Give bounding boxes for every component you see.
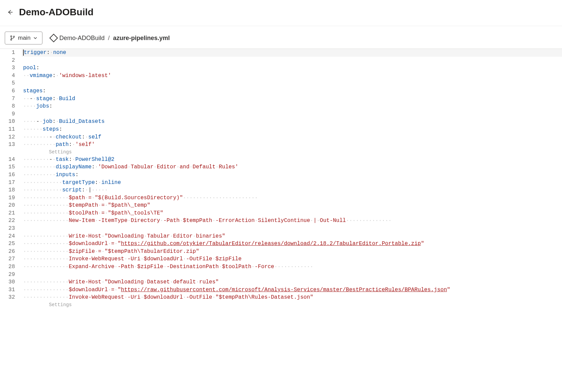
line-number: 12 <box>0 133 22 141</box>
line-number: 30 <box>0 278 22 286</box>
code-line[interactable]: 27··············Invoke-WebRequest·-Uri·$… <box>0 255 562 263</box>
code-line[interactable]: 31··············$downloadUrl·=·"https://… <box>0 286 562 294</box>
breadcrumb-file[interactable]: azure-pipelines.yml <box>113 35 170 42</box>
page-header: Demo-ADOBuild <box>0 0 562 26</box>
svg-point-1 <box>11 39 12 40</box>
svg-point-2 <box>13 36 15 37</box>
line-number: 17 <box>0 179 22 187</box>
line-number: 18 <box>0 186 22 194</box>
line-number: 32 <box>0 294 22 301</box>
code-line[interactable]: 15··········displayName:·'Download·Tabul… <box>0 163 562 171</box>
breadcrumb-repo[interactable]: Demo-ADOBuild <box>51 35 105 42</box>
codelens-settings[interactable]: Settings <box>0 149 562 156</box>
code-editor[interactable]: 1trigger:·none23pool:4··vmimage:·'window… <box>0 49 562 309</box>
back-button[interactable] <box>6 8 14 16</box>
code-line[interactable]: 1trigger:·none <box>0 49 562 57</box>
code-line[interactable]: 10····-·job:·Build_Datasets <box>0 118 562 126</box>
line-number: 10 <box>0 118 22 126</box>
line-number: 31 <box>0 286 22 294</box>
code-line[interactable]: 29 <box>0 271 562 279</box>
code-line[interactable]: 11······steps: <box>0 126 562 133</box>
line-number: 11 <box>0 126 22 133</box>
code-line[interactable]: 17············targetType:·inline <box>0 179 562 187</box>
page-title: Demo-ADOBuild <box>19 7 93 18</box>
code-line[interactable]: 26··············$zipFile·=·"$tempPath\Ta… <box>0 248 562 256</box>
code-line[interactable]: 8····jobs: <box>0 102 562 110</box>
arrow-left-icon <box>7 9 14 16</box>
branch-icon <box>10 35 15 41</box>
line-number: 4 <box>0 72 22 80</box>
line-number: 5 <box>0 79 22 87</box>
code-line[interactable]: 16··········inputs: <box>0 171 562 179</box>
line-number: 26 <box>0 248 22 256</box>
codelens-settings[interactable]: Settings <box>0 301 562 309</box>
code-line[interactable]: 22··············New-Item·-ItemType·Direc… <box>0 217 562 225</box>
repo-icon <box>49 34 58 42</box>
breadcrumb: Demo-ADOBuild / azure-pipelines.yml <box>51 35 170 42</box>
line-number: 19 <box>0 194 22 202</box>
line-number: 15 <box>0 163 22 171</box>
line-number: 20 <box>0 202 22 209</box>
code-line[interactable]: 6stages: <box>0 87 562 95</box>
code-line[interactable]: 4··vmimage:·'windows-latest' <box>0 72 562 80</box>
line-number: 27 <box>0 255 22 263</box>
line-number: 29 <box>0 271 22 279</box>
code-line[interactable]: 14········-·task:·PowerShell@2 <box>0 156 562 164</box>
line-number: 6 <box>0 87 22 95</box>
line-number: 21 <box>0 209 22 217</box>
line-number: 7 <box>0 95 22 103</box>
code-line[interactable]: 21··············$toolPath·=·"$path\_tool… <box>0 209 562 217</box>
code-line[interactable]: 20··············$tempPath·=·"$path\_temp… <box>0 202 562 209</box>
chevron-down-icon <box>33 36 37 40</box>
code-line[interactable]: 18············script:·|····· <box>0 186 562 194</box>
code-line[interactable]: 13··········path:·'self' <box>0 141 562 149</box>
svg-point-0 <box>11 36 12 37</box>
line-number: 22 <box>0 217 22 225</box>
branch-name: main <box>18 35 31 41</box>
line-number: 8 <box>0 102 22 110</box>
code-line[interactable]: 24··············Write-Host·"Downloading·… <box>0 232 562 240</box>
code-line[interactable]: 25··············$downloadUrl·=·"https://… <box>0 240 562 248</box>
line-number: 1 <box>0 49 22 57</box>
line-number: 28 <box>0 263 22 271</box>
code-line[interactable]: 19··············$path·=·"$(Build.Sources… <box>0 194 562 202</box>
code-line[interactable]: 2 <box>0 57 562 64</box>
line-number: 9 <box>0 110 22 118</box>
code-line[interactable]: 12········-·checkout:·self <box>0 133 562 141</box>
code-line[interactable]: 7··-·stage:·Build <box>0 95 562 103</box>
code-line[interactable]: 3pool: <box>0 64 562 72</box>
breadcrumb-separator: / <box>108 35 110 42</box>
code-line[interactable]: 30··············Write-Host·"Downloading·… <box>0 278 562 286</box>
code-line[interactable]: 5 <box>0 79 562 87</box>
line-number: 13 <box>0 141 22 149</box>
toolbar: main Demo-ADOBuild / azure-pipelines.yml <box>0 26 562 49</box>
code-line[interactable]: 28··············Expand-Archive·-Path·$zi… <box>0 263 562 271</box>
code-line[interactable]: 23 <box>0 225 562 232</box>
line-number: 25 <box>0 240 22 248</box>
line-number: 23 <box>0 225 22 232</box>
line-number: 2 <box>0 57 22 64</box>
line-number: 24 <box>0 232 22 240</box>
code-line[interactable]: 32··············Invoke-WebRequest·-Uri·$… <box>0 294 562 301</box>
code-line[interactable]: 9 <box>0 110 562 118</box>
line-number: 16 <box>0 171 22 179</box>
line-number: 3 <box>0 64 22 72</box>
branch-selector[interactable]: main <box>5 32 42 44</box>
line-number: 14 <box>0 156 22 164</box>
